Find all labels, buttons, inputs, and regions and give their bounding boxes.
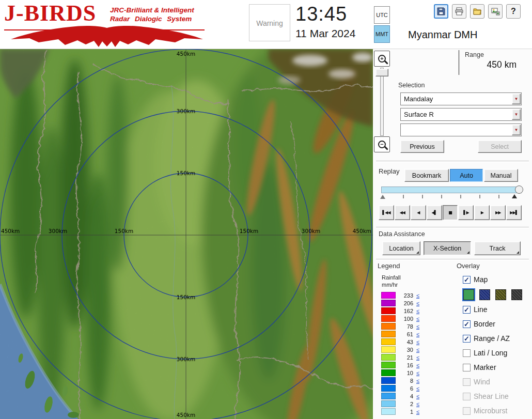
replay-timeline[interactable] [381,187,522,193]
overlay-item-map[interactable]: ✓Map [463,274,531,285]
legend-value: 21 [397,354,413,361]
warning-button[interactable]: Warning [249,4,290,41]
logo-tagline1: JRC-Brilliant & Intelligent [110,6,194,14]
legend-le-link[interactable]: ≤ [416,409,419,415]
product-dropdown[interactable]: Surface R ▼ [400,108,522,121]
chevron-down-icon[interactable]: ▼ [512,109,521,120]
legend-le-link[interactable]: ≤ [416,316,419,322]
open-folder-button[interactable] [470,4,484,19]
map-style-olive-swatch[interactable] [495,289,506,300]
data-assistance-label: Data Assistance [379,230,425,238]
map-style-dark-gray-swatch[interactable] [511,289,522,300]
manual-button[interactable]: Manual [484,169,518,182]
legend-value: 6 [397,385,413,392]
ring-label: 300km [177,108,195,114]
zoom-in-button[interactable]: + [374,51,390,67]
legend-le-link[interactable]: ≤ [416,300,419,306]
bookmark-button[interactable]: Bookmark [404,169,449,182]
mmt-button[interactable]: MMT [374,25,390,43]
overlay-item-range-az[interactable]: ✓Range / AZ [463,333,531,344]
xsection-button[interactable]: X-Section [424,241,471,255]
checkbox-unchecked-icon [463,407,471,415]
checkbox-checked-icon[interactable]: ✓ [463,276,471,284]
print-button[interactable] [452,4,466,19]
zoom-out-button[interactable]: − [374,136,390,152]
clock-date: 11 Mar 2024 [295,27,355,40]
checkbox-unchecked-icon[interactable] [463,364,471,371]
radar-map[interactable]: 450km 300km 150km 150km 300km 450km 450k… [0,49,373,419]
legend-le-link[interactable]: ≤ [416,308,419,314]
zoom-slider-thumb[interactable] [375,69,388,76]
playback-rewind-button[interactable]: ◀◀ [395,205,410,220]
logo-title: J-BIRDS [4,1,96,26]
extra-dropdown[interactable]: ▼ [400,123,522,136]
help-button[interactable]: ? [506,4,521,19]
legend-row: 21≤ [381,353,419,361]
legend-le-link[interactable]: ≤ [416,347,419,353]
zoom-slider-track[interactable] [380,68,384,136]
legend-le-link[interactable]: ≤ [416,331,419,337]
chevron-down-icon[interactable]: ▼ [512,94,521,104]
playback-fast-forward-button[interactable]: ▶▶ [490,205,506,220]
legend-le-link[interactable]: ≤ [416,393,419,399]
chevron-down-icon[interactable]: ▼ [512,125,521,135]
location-button[interactable]: Location [382,241,420,255]
overlay-item-border[interactable]: ✓Border [463,319,531,329]
legend-value: 162 [397,308,413,314]
utc-button[interactable]: UTC [374,6,390,24]
legend-row: 100≤ [381,315,419,322]
legend-color-swatch [381,369,396,376]
legend-le-link[interactable]: ≤ [416,401,419,407]
overlay-item-lati-long[interactable]: Lati / Long [463,348,531,358]
playback-play-button[interactable]: ▶ [474,205,490,220]
playback-first-button[interactable]: ▌◀◀ [379,205,394,220]
checkbox-checked-icon[interactable]: ✓ [463,320,471,328]
legend-color-swatch [381,400,396,407]
playback-stop-button[interactable]: ■ [443,205,458,220]
legend-le-link[interactable]: ≤ [416,292,419,299]
legend-le-link[interactable]: ≤ [416,378,419,384]
jbirds-logo: J-BIRDS JRC-Brilliant & Intelligent Rada… [4,1,211,49]
capture-button[interactable] [488,4,503,19]
overlay-item-marker[interactable]: Marker [463,362,531,373]
timeline-position-marker-icon[interactable] [512,194,517,198]
jbirds-app: J-BIRDS JRC-Brilliant & Intelligent Rada… [0,0,532,419]
select-button[interactable]: Select [478,140,522,153]
timeline-thumb[interactable] [515,185,523,194]
timeline-tick [460,195,461,198]
site-dropdown[interactable]: Mandalay ▼ [400,92,522,105]
separator [376,259,529,261]
auto-button[interactable]: Auto [450,169,483,182]
legend-le-link[interactable]: ≤ [416,362,419,368]
checkbox-checked-icon[interactable]: ✓ [463,306,471,314]
corner-grip-icon [416,251,419,254]
timeline-tick [422,195,423,198]
ring-label: 450km [177,51,195,57]
legend-le-link[interactable]: ≤ [416,370,419,376]
checkbox-checked-icon[interactable]: ✓ [463,335,471,343]
legend-le-link[interactable]: ≤ [416,385,419,392]
previous-button[interactable]: Previous [400,140,444,153]
legend-le-link[interactable]: ≤ [416,339,419,345]
overlay-item-line[interactable]: ✓Line [463,304,531,315]
map-style-terrain-green-swatch[interactable] [463,289,474,300]
map-style-dark-blue-swatch[interactable] [479,289,490,300]
product-dropdown-value: Surface R [401,111,512,118]
playback-reverse-button[interactable]: ◀ [411,205,426,220]
legend-color-swatch [381,300,396,306]
playback-step-forward-button[interactable]: ▌▶ [458,205,474,220]
toolbar: ? [434,4,521,19]
playback-step-back-button[interactable]: ◀▌ [427,205,442,220]
track-button[interactable]: Track [474,241,521,255]
playback-last-button[interactable]: ▶▶▌ [506,205,522,220]
save-button[interactable] [434,4,448,19]
checkbox-unchecked-icon[interactable] [463,349,471,357]
legend-row: 233≤ [381,291,419,299]
legend-le-link[interactable]: ≤ [416,354,419,361]
legend-le-link[interactable]: ≤ [416,323,419,330]
legend-row: 30≤ [381,346,419,353]
legend-value: 78 [397,323,413,330]
playback-controls: ▌◀◀ ◀◀ ◀ ◀▌ ■ ▌▶ ▶ ▶▶ ▶▶▌ [379,205,522,220]
timeline-tick [498,195,499,198]
ring-label: 450km [177,412,195,418]
